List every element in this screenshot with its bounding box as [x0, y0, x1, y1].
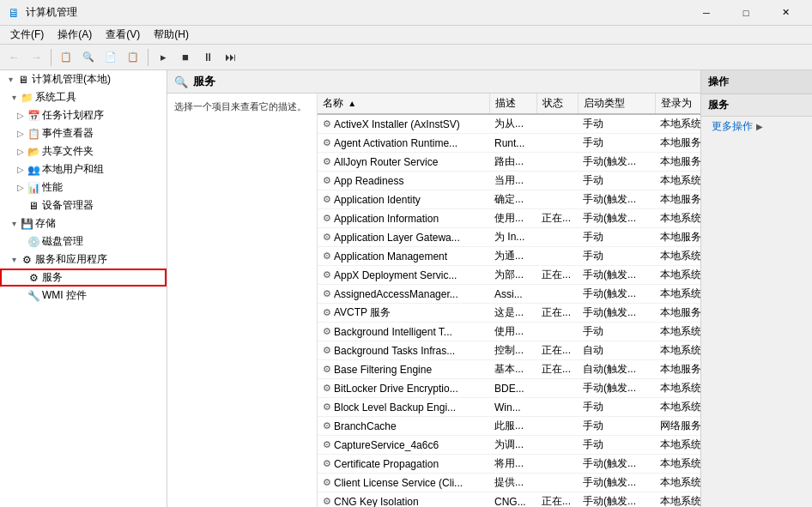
- sidebar-item-wmi[interactable]: 🔧 WMI 控件: [0, 287, 167, 305]
- sidebar-item-services-apps[interactable]: ▾ ⚙ 服务和应用程序: [0, 250, 167, 269]
- expand-icon: ▾: [7, 217, 21, 231]
- menu-view[interactable]: 查看(V): [99, 26, 147, 44]
- table-row[interactable]: ⚙ActiveX Installer (AxInstSV)为从...手动本地系统: [318, 114, 700, 134]
- sidebar-item-disk-management[interactable]: 💿 磁盘管理: [0, 232, 167, 250]
- sidebar-item-root[interactable]: ▾ 🖥 计算机管理(本地): [0, 70, 167, 88]
- col-header-startup[interactable]: 启动类型: [578, 94, 655, 114]
- restart-button[interactable]: ⏭: [220, 47, 240, 68]
- expand-icon: ▷: [14, 163, 27, 177]
- menu-file[interactable]: 文件(F): [3, 26, 51, 44]
- sidebar-item-local-users[interactable]: ▷ 👥 本地用户和组: [0, 160, 167, 178]
- sidebar-label-services-apps: 服务和应用程序: [35, 252, 107, 267]
- minimize-button[interactable]: ─: [687, 0, 726, 26]
- sidebar-item-event-viewer[interactable]: ▷ 📋 事件查看器: [0, 124, 167, 142]
- service-startup-cell: 手动(触发...: [578, 266, 655, 285]
- actions-header: 操作: [701, 70, 812, 94]
- service-login-cell: 本地系统: [655, 323, 700, 341]
- table-row[interactable]: ⚙BranchCache此服...手动网络服务: [318, 417, 700, 436]
- back-button[interactable]: ←: [3, 47, 24, 68]
- sidebar-item-services[interactable]: ⚙ 服务: [0, 269, 167, 287]
- service-desc-cell: 为调...: [489, 436, 536, 455]
- table-row[interactable]: ⚙Application Identity确定...手动(触发...本地服务: [318, 190, 700, 209]
- service-startup-cell: 手动: [578, 436, 655, 455]
- no-expand-icon: [14, 199, 27, 213]
- service-status-cell: [536, 417, 578, 436]
- service-name-cell: ⚙AssignedAccessManager...: [318, 285, 489, 304]
- task-icon: 📅: [27, 110, 39, 122]
- service-status-cell: [536, 172, 578, 190]
- service-startup-cell: 手动: [578, 228, 655, 247]
- service-startup-cell: 手动: [578, 134, 655, 153]
- table-row[interactable]: ⚙Agent Activation Runtime...Runt...手动本地服…: [318, 134, 700, 153]
- col-header-login[interactable]: 登录为: [655, 94, 700, 114]
- service-desc-cell: 为通...: [489, 247, 536, 266]
- sidebar-item-device-manager[interactable]: 🖥 设备管理器: [0, 196, 167, 214]
- table-row[interactable]: ⚙AVCTP 服务这是...正在...手动(触发...本地服务: [318, 304, 700, 323]
- table-row[interactable]: ⚙App Readiness当用...手动本地系统: [318, 172, 700, 190]
- table-row[interactable]: ⚙Block Level Backup Engi...Win...手动本地系统: [318, 398, 700, 417]
- table-row[interactable]: ⚙Application Management为通...手动本地系统: [318, 247, 700, 266]
- table-row[interactable]: ⚙Application Information使用...正在...手动(触发.…: [318, 209, 700, 228]
- table-row[interactable]: ⚙Client License Service (Cli...提供...手动(触…: [318, 474, 700, 492]
- action-more-operations[interactable]: 更多操作 ▶: [701, 117, 812, 136]
- table-row[interactable]: ⚙BitLocker Drive Encryptio...BDE...手动(触发…: [318, 379, 700, 398]
- menu-action[interactable]: 操作(A): [51, 26, 99, 44]
- table-row[interactable]: ⚙CNG Key IsolationCNG...正在...手动(触发...本地系…: [318, 492, 700, 508]
- col-header-status[interactable]: 状态: [536, 94, 578, 114]
- menu-help[interactable]: 帮助(H): [147, 26, 196, 44]
- sidebar-label-system-tools: 系统工具: [35, 90, 76, 105]
- service-startup-cell: 自动: [578, 341, 655, 360]
- table-row[interactable]: ⚙Base Filtering Engine基本...正在...自动(触发...…: [318, 360, 700, 379]
- table-row[interactable]: ⚙AllJoyn Router Service路由...手动(触发...本地服务: [318, 153, 700, 172]
- service-startup-cell: 自动(触发...: [578, 360, 655, 379]
- sidebar-item-storage[interactable]: ▾ 💾 存储: [0, 214, 167, 232]
- table-row[interactable]: ⚙AppX Deployment Servic...为部...正在...手动(触…: [318, 266, 700, 285]
- service-status-cell: [536, 474, 578, 492]
- maximize-button[interactable]: □: [726, 0, 766, 26]
- toolbar-btn-2[interactable]: 🔍: [78, 47, 99, 68]
- play-button[interactable]: ▸: [153, 47, 173, 68]
- sidebar: ▾ 🖥 计算机管理(本地) ▾ 📁 系统工具 ▷ 📅 任务计划程序 ▷ 📋 事件…: [0, 70, 167, 507]
- service-desc-cell: Win...: [489, 398, 536, 417]
- sidebar-item-task-scheduler[interactable]: ▷ 📅 任务计划程序: [0, 106, 167, 124]
- service-name-cell: ⚙AVCTP 服务: [318, 304, 489, 323]
- toolbar-btn-3[interactable]: 📄: [100, 47, 121, 68]
- table-row[interactable]: ⚙AssignedAccessManager...Assi...手动(触发...…: [318, 285, 700, 304]
- sidebar-item-shared-folders[interactable]: ▷ 📂 共享文件夹: [0, 142, 167, 160]
- sidebar-item-system-tools[interactable]: ▾ 📁 系统工具: [0, 88, 167, 106]
- toolbar-btn-1[interactable]: 📋: [56, 47, 76, 68]
- table-row[interactable]: ⚙Certificate Propagation将用...手动(触发...本地系…: [318, 455, 700, 474]
- service-name-cell: ⚙BranchCache: [318, 417, 489, 436]
- services-panel: 选择一个项目来查看它的描述。 名称 ▲ 描述 状态 启动类型 登录为 ⚙Ac: [167, 94, 700, 507]
- title-bar: 🖥 计算机管理 ─ □ ✕: [0, 0, 812, 26]
- table-row[interactable]: ⚙CaptureService_4a6c6为调...手动本地系统: [318, 436, 700, 455]
- pause-button[interactable]: ⏸: [197, 47, 218, 68]
- service-login-cell: 本地服务: [655, 134, 700, 153]
- forward-button[interactable]: →: [26, 47, 46, 68]
- service-startup-cell: 手动(触发...: [578, 153, 655, 172]
- service-status-cell: [536, 228, 578, 247]
- table-row[interactable]: ⚙Background Tasks Infras...控制...正在...自动本…: [318, 341, 700, 360]
- service-desc-cell: Assi...: [489, 285, 536, 304]
- col-header-name[interactable]: 名称 ▲: [318, 94, 489, 114]
- toolbar-btn-4[interactable]: 📋: [123, 47, 143, 68]
- service-status-cell: [536, 436, 578, 455]
- service-name-cell: ⚙Application Management: [318, 247, 489, 266]
- perf-icon: 📊: [27, 182, 39, 194]
- users-icon: 👥: [27, 164, 39, 176]
- sidebar-label-services: 服务: [42, 270, 63, 285]
- stop-button[interactable]: ■: [175, 47, 196, 68]
- menu-bar: 文件(F) 操作(A) 查看(V) 帮助(H): [0, 26, 812, 45]
- services-table-container[interactable]: 名称 ▲ 描述 状态 启动类型 登录为 ⚙ActiveX Installer (…: [318, 94, 700, 507]
- col-header-desc[interactable]: 描述: [489, 94, 536, 114]
- service-startup-cell: 手动: [578, 114, 655, 134]
- no-expand-icon: [14, 235, 27, 249]
- table-row[interactable]: ⚙Application Layer Gatewa...为 In...手动本地服…: [318, 228, 700, 247]
- service-startup-cell: 手动(触发...: [578, 492, 655, 508]
- sidebar-item-performance[interactable]: ▷ 📊 性能: [0, 178, 167, 196]
- action-label: 更多操作: [712, 119, 753, 134]
- table-row[interactable]: ⚙Background Intelligent T...使用...手动本地系统: [318, 323, 700, 341]
- close-button[interactable]: ✕: [766, 0, 805, 26]
- service-name-cell: ⚙Application Identity: [318, 190, 489, 209]
- service-status-cell: [536, 114, 578, 134]
